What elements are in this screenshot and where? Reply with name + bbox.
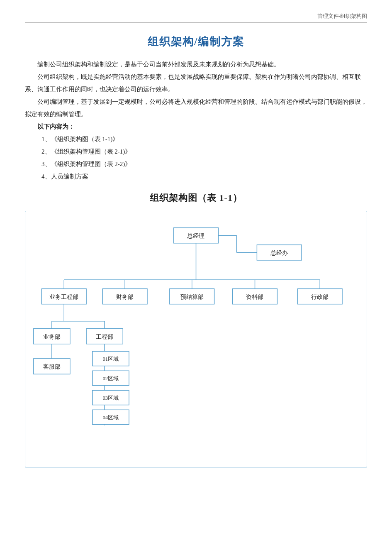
list-item-3: 3、《组织架构管理图（表 2-2)》 [41,158,367,170]
paragraph-3: 公司编制管理，基于发展到一定规模时，公司必将进入规模化经营和管理的阶段。结合现有… [25,95,367,120]
list-section: 1、《组织架构图（表 1-1)》 2、《组织架构管理图（表 2-1)》 3、《组… [25,133,367,183]
customer-label: 客服部 [43,364,61,370]
zone03-label: 03区域 [102,395,119,401]
data-label: 资料部 [246,294,263,300]
list-item-2: 2、《组织架构管理图（表 2-1)》 [41,145,367,158]
header-bar: 管理文件·组织架构图 [25,12,367,23]
admin-label: 行政部 [311,294,329,300]
main-title: 组织架构/编制方案 [25,34,367,49]
paragraph-4-label: 以下内容为： [25,120,367,133]
budget-label: 预结算部 [180,294,204,300]
ceo-label: 总经理 [187,233,205,239]
breadcrumb: 管理文件·组织架构图 [317,13,367,19]
paragraph-2: 公司组织架构，既是实施经营活动的基本要素，也是发展战略实现的重要保障。架构在作为… [25,71,367,95]
org-chart-svg: 总经理 总经办 [29,220,363,455]
biz-label: 业务部 [43,334,61,340]
zone01-label: 01区域 [102,356,119,362]
ceo-office-label: 总经办 [270,250,288,256]
list-item-4: 4、人员编制方案 [41,170,367,183]
org-chart-container: 总经理 总经办 [25,211,367,467]
zone04-label: 04区域 [102,415,119,421]
finance-label: 财务部 [116,294,134,300]
following-label: 以下内容为： [37,123,75,130]
zone02-label: 02区域 [102,376,119,381]
list-item-1: 1、《组织架构图（表 1-1)》 [41,133,367,145]
eng-label: 工程部 [96,334,113,340]
paragraph-1: 编制公司组织架构和编制设定，是基于公司当前外部发展及未来规划的分析为思想基础。 [25,58,367,71]
biz-eng-label: 业务工程部 [49,294,78,300]
page: 管理文件·组织架构图 组织架构/编制方案 编制公司组织架构和编制设定，是基于公司… [0,0,392,555]
chart-title: 组织架构图（表 1-1） [25,192,367,204]
